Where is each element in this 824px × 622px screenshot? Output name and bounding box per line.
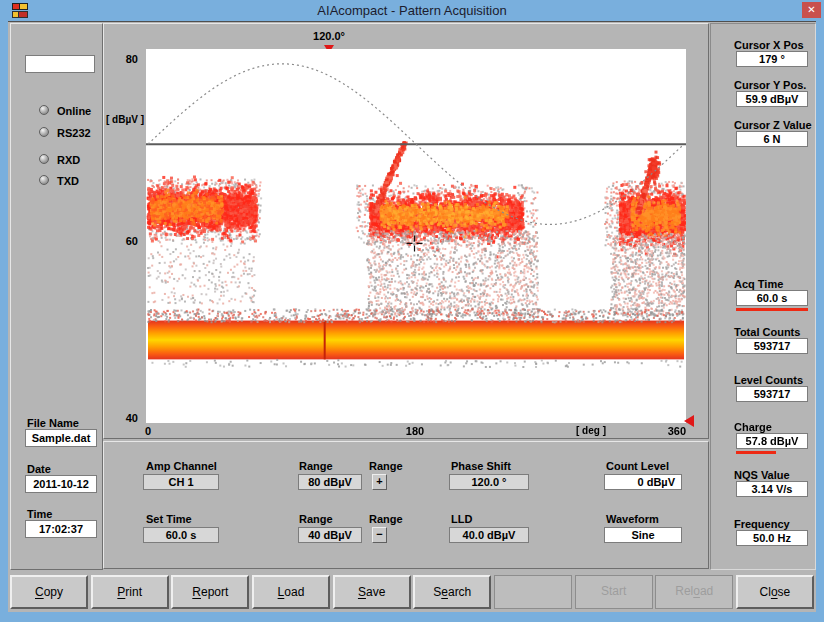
led-rxd-indicator	[39, 154, 49, 164]
copy-button[interactable]: Copy	[10, 575, 88, 609]
x-tick-180: 180	[397, 425, 433, 437]
device-display	[25, 55, 95, 73]
start-button: Start	[575, 575, 653, 609]
x-tick-0: 0	[140, 425, 156, 437]
x-tick-360: 360	[652, 425, 686, 437]
nqs-value-label: NQS Value	[734, 469, 790, 481]
range-bottom-field[interactable]: 40 dBµV	[298, 527, 362, 543]
level-counts-label: Level Counts	[734, 374, 803, 386]
set-time-field[interactable]: 60.0 s	[143, 527, 219, 543]
led-rxd-label: RXD	[57, 154, 80, 166]
phase-marker-label: 120.0°	[299, 30, 359, 42]
close-button[interactable]: Close	[736, 575, 814, 609]
title-bar: AIAcompact - Pattern Acquisition ✕	[0, 0, 824, 21]
acq-time-value: 60.0 s	[736, 290, 808, 306]
charge-underline	[736, 451, 776, 454]
date-label: Date	[27, 463, 51, 475]
file-name-field[interactable]: Sample.dat	[25, 429, 97, 447]
level-counts-value: 593717	[736, 386, 808, 402]
range-minus-label: Range	[369, 513, 403, 525]
range-top-label: Range	[299, 460, 333, 472]
button-bar: CopyPrintReportLoadSaveSearchStartReload…	[10, 573, 814, 611]
cursor-z-label: Cursor Z Value	[734, 119, 812, 131]
date-field: 2011-10-12	[25, 475, 97, 493]
count-level-label: Count Level	[606, 460, 669, 472]
lld-field[interactable]: 40.0 dBµV	[449, 527, 529, 543]
led-txd-label: TXD	[57, 175, 79, 187]
acq-time-label: Acq Time	[734, 278, 783, 290]
set-time-label: Set Time	[146, 513, 192, 525]
phase-shift-label: Phase Shift	[451, 460, 511, 472]
time-label: Time	[27, 508, 52, 520]
range-top-field[interactable]: 80 dBµV	[298, 474, 362, 490]
led-rs232-indicator	[39, 127, 49, 137]
content-area: Online RS232 RXD TXD File Name Sample.da…	[8, 21, 816, 612]
close-icon[interactable]: ✕	[802, 2, 821, 18]
left-panel: Online RS232 RXD TXD File Name Sample.da…	[10, 23, 103, 570]
reload-button: Reload	[655, 575, 733, 609]
frequency-value: 50.0 Hz	[736, 530, 808, 546]
range-plus-button[interactable]: +	[372, 474, 387, 490]
cursor-x-label: Cursor X Pos	[734, 39, 804, 51]
led-online-label: Online	[57, 105, 91, 117]
charge-value: 57.8 dBµV	[736, 433, 808, 449]
total-counts-value: 593717	[736, 338, 808, 354]
y-tick-60: 60	[112, 235, 138, 247]
plot-area	[146, 49, 686, 423]
waveform-field[interactable]: Sine	[604, 527, 682, 543]
frequency-label: Frequency	[734, 518, 790, 530]
plot-panel: 120.0° 80 [ dBµV ] 60 40 0 180 [ deg ] 3…	[103, 23, 709, 439]
print-button[interactable]: Print	[91, 575, 169, 609]
amp-channel-field[interactable]: CH 1	[143, 474, 219, 490]
nqs-value-value: 3.14 V/s	[736, 481, 808, 497]
phase-shift-field[interactable]: 120.0 °	[449, 474, 529, 490]
range-bottom-label: Range	[299, 513, 333, 525]
report-button[interactable]: Report	[171, 575, 249, 609]
load-button[interactable]: Load	[252, 575, 330, 609]
prpd-pattern-canvas[interactable]	[146, 49, 686, 423]
cursor-z-value: 6 N	[736, 131, 808, 147]
charge-label: Charge	[734, 421, 772, 433]
led-online-indicator	[39, 105, 49, 115]
led-txd-indicator	[39, 175, 49, 185]
total-counts-label: Total Counts	[734, 326, 800, 338]
range-plus-label: Range	[369, 460, 403, 472]
y-axis-unit: [ dBµV ]	[106, 114, 146, 125]
acq-time-underline	[736, 308, 808, 311]
lld-label: LLD	[451, 513, 472, 525]
count-level-field[interactable]: 0 dBµV	[604, 474, 682, 490]
y-tick-80: 80	[112, 53, 138, 65]
window-title: AIAcompact - Pattern Acquisition	[0, 3, 824, 18]
file-name-label: File Name	[27, 417, 79, 429]
blank-slot	[494, 575, 572, 609]
app-window: AIAcompact - Pattern Acquisition ✕ Onlin…	[0, 0, 824, 622]
search-button[interactable]: Search	[413, 575, 491, 609]
amp-channel-label: Amp Channel	[146, 460, 217, 472]
lld-marker-icon	[684, 415, 694, 427]
cursor-y-label: Cursor Y Pos.	[734, 79, 806, 91]
x-axis-unit: [ deg ]	[566, 425, 616, 436]
range-minus-button[interactable]: −	[372, 527, 387, 543]
y-tick-40: 40	[112, 412, 138, 424]
led-rs232-label: RS232	[57, 127, 91, 139]
controls-panel: Amp Channel CH 1 Range 80 dBµV Range + P…	[103, 441, 709, 569]
cursor-y-value: 59.9 dBµV	[736, 91, 808, 107]
readout-panel: Cursor X Pos 179 ° Cursor Y Pos. 59.9 dB…	[710, 23, 816, 570]
waveform-label: Waveform	[606, 513, 659, 525]
cursor-x-value: 179 °	[736, 51, 808, 67]
save-button[interactable]: Save	[333, 575, 411, 609]
time-field: 17:02:37	[25, 520, 97, 538]
